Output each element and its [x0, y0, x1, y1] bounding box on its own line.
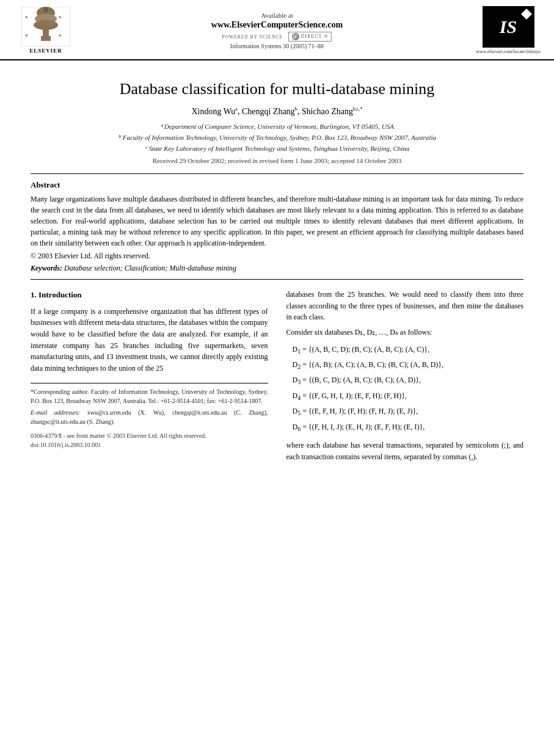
copyright: © 2003 Elsevier Ltd. All rights reserved…: [31, 252, 523, 261]
formula-1: D1 = {(A, B, C, D); (B, C); (A, B, C); (…: [293, 343, 524, 357]
email1: xwu@cs.uvm.edu (X. Wu),: [87, 409, 166, 416]
is-logo-text: IS: [500, 16, 517, 37]
diamond-bottom-icon: [521, 14, 532, 20]
svg-text:✦: ✦: [24, 15, 29, 20]
header: ✦ ✦ ✦ ✦ ELSEVIER Available at www.Elsevi…: [0, 0, 554, 60]
affiliation-c: ᶜ State Key Laboratory of Intelligent Te…: [31, 144, 523, 154]
powered-by-text: POWERED BY SCIENCE @ DIRECT ®: [79, 32, 475, 42]
formula-2: D2 = {(A, B); (A, C); (A, B, C); (B, C);…: [293, 358, 524, 373]
divider-1: [31, 173, 523, 174]
available-at-text: Available at: [79, 12, 475, 19]
abstract-title: Abstract: [31, 180, 523, 190]
formula-3: D3 = {(B, C, D); (A, B, C); (B, C); (A, …: [293, 374, 524, 388]
divider-2: [31, 279, 523, 280]
website-url: www.ElsevierComputerScience.com: [79, 20, 475, 30]
svg-point-6: [43, 7, 48, 12]
affiliations: ᵃ Department of Computer Science, Univer…: [31, 122, 523, 154]
intro-paragraph-1: If a large company is a comprehensive or…: [31, 306, 268, 374]
two-column-layout: 1. Introduction If a large company is a …: [31, 289, 523, 466]
elsevier-logo: ✦ ✦ ✦ ✦ ELSEVIER: [12, 7, 79, 54]
svg-text:✦: ✦: [58, 15, 62, 20]
email-note: E-mail addresses: xwu@cs.uvm.edu (X. Wu)…: [31, 408, 268, 426]
is-logo-area: IS www.elsevier.com/locate/infosys: [475, 6, 542, 54]
keywords: Keywords: Database selection; Classifica…: [31, 264, 523, 273]
email2: chengqi@it.uts.edu.au (C. Zhang),: [172, 409, 268, 416]
svg-point-4: [34, 20, 58, 30]
formulas: D1 = {(A, B, C, D); (B, C); (A, B, C); (…: [286, 343, 524, 435]
elsevier-logo-svg: ✦ ✦ ✦ ✦: [21, 7, 70, 46]
doi-line: doi:10.1016/j.is.2003.10.001: [31, 440, 268, 449]
column-right: databases from the 25 branches. We would…: [286, 289, 524, 466]
main-content: Database classification for multi-databa…: [0, 60, 554, 478]
affiliation-b: ᵇ Faculty of Information Technology, Uni…: [31, 133, 523, 144]
column-left: 1. Introduction If a large company is a …: [31, 289, 268, 466]
affiliation-a: ᵃ Department of Computer Science, Univer…: [31, 122, 523, 133]
is-logo: IS: [483, 6, 534, 48]
footer-info: 0306-4379/$ - see front matter © 2003 El…: [31, 431, 268, 449]
diamond-top-icon: [521, 9, 532, 14]
received-dates: Received 29 October 2002; received in re…: [31, 157, 523, 164]
email3: zhangsc@it.uts.edu.au (S. Zhang).: [31, 418, 115, 425]
abstract-section: Abstract Many large organizations have m…: [31, 180, 523, 273]
direct-icon: @: [292, 33, 299, 40]
elsevier-url: www.elsevier.com/locate/infosys: [476, 49, 541, 54]
title-section: Database classification for multi-databa…: [31, 79, 523, 164]
elsevier-logo-area: ✦ ✦ ✦ ✦ ELSEVIER: [12, 7, 79, 54]
svg-text:✦: ✦: [24, 33, 29, 38]
abstract-text: Many large organizations have multiple d…: [31, 194, 523, 249]
elsevier-brand-name: ELSEVIER: [29, 48, 62, 54]
right-paragraph-3: where each database has several transact…: [286, 440, 524, 462]
section-1-title: 1. Introduction: [31, 289, 268, 301]
footnotes: *Corresponding author. Faculty of Inform…: [31, 383, 268, 426]
journal-info: Information Systems 30 (2005) 71–88: [79, 43, 475, 49]
svg-text:✦: ✦: [58, 33, 62, 38]
keywords-values: Database selection; Classification; Mult…: [64, 264, 236, 272]
keywords-label: Keywords:: [31, 264, 62, 272]
right-paragraph-2: Consider six databases D₁, D₂, …, D₆ as …: [286, 327, 524, 338]
page: ✦ ✦ ✦ ✦ ELSEVIER Available at www.Elsevi…: [0, 0, 554, 756]
authors: Xindong Wua, Chengqi Zhangb, Shichao Zha…: [31, 107, 523, 117]
direct-badge: @ DIRECT ®: [288, 32, 332, 42]
formula-5: D5 = {(E, F, H, J); (F, H); (F, H, J); (…: [293, 405, 524, 419]
right-paragraph-1: databases from the 25 branches. We would…: [286, 289, 524, 323]
formula-4: D4 = {(F, G, H, I, J); (E, F, H); (F, H)…: [293, 390, 524, 404]
svg-rect-5: [41, 36, 51, 41]
header-center: Available at www.ElsevierComputerScience…: [79, 12, 475, 49]
paper-title: Database classification for multi-databa…: [31, 79, 523, 100]
corresponding-note: *Corresponding author. Faculty of Inform…: [31, 387, 268, 405]
issn-line: 0306-4379/$ - see front matter © 2003 El…: [31, 431, 268, 440]
email-label: E-mail addresses:: [31, 409, 80, 416]
formula-6: D6 = {(F, H, I, J); (E, H, J); (E, F, H)…: [293, 421, 524, 435]
author-names: Xindong Wua, Chengqi Zhangb, Shichao Zha…: [191, 107, 362, 116]
